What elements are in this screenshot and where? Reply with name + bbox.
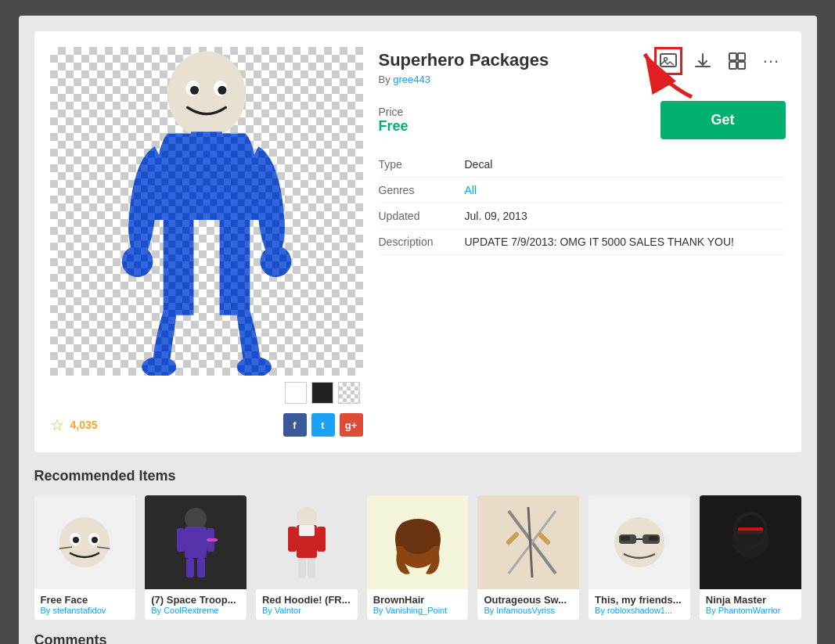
- svg-point-21: [59, 517, 110, 567]
- svg-rect-19: [738, 62, 745, 69]
- genres-value: All: [465, 184, 477, 196]
- author-link[interactable]: gree443: [393, 74, 430, 85]
- rec-item-image-red-hoodie: [256, 495, 358, 589]
- svg-rect-17: [738, 53, 745, 60]
- svg-point-25: [92, 537, 98, 543]
- svg-rect-30: [177, 528, 185, 552]
- image-icon: [659, 52, 678, 70]
- description-label: Description: [379, 236, 465, 248]
- updated-value: Jul. 09, 2013: [465, 210, 527, 222]
- rec-item-name-4: Outrageous Sw...: [484, 594, 573, 606]
- price-value: Free: [379, 118, 409, 135]
- svg-point-35: [297, 507, 317, 527]
- price-section: Price Free: [379, 106, 409, 135]
- download-icon: [693, 52, 712, 70]
- item-image-section: ☆ 4,035 f t g+: [50, 47, 363, 437]
- comments-title: Comments: [34, 632, 801, 644]
- rec-item-info-this: This, my friends... By robloxshadow1...: [588, 589, 690, 620]
- svg-rect-47: [506, 531, 520, 545]
- item-author: By gree443: [379, 74, 786, 85]
- view-black-btn[interactable]: [311, 382, 333, 404]
- rec-item-name-2: Red Hoodie! (FR...: [262, 594, 351, 606]
- rec-item-space-trooper[interactable]: (7) Space Troop... By CoolRextreme: [145, 495, 247, 620]
- rec-item-info-red-hoodie: Red Hoodie! (FR... By Valntor: [256, 589, 358, 620]
- star-icon[interactable]: ☆: [50, 416, 64, 434]
- image-controls: [50, 382, 363, 404]
- description-value: UPDATE 7/9/2013: OMG IT 5000 SALES THANK…: [465, 236, 734, 248]
- rec-item-brownhair[interactable]: BrownHair By Vanishing_Point: [367, 495, 469, 620]
- rec-item-red-hoodie[interactable]: Red Hoodie! (FR... By Valntor: [256, 495, 358, 620]
- svg-rect-33: [197, 558, 205, 577]
- svg-rect-40: [308, 558, 315, 578]
- rec-item-image-space-trooper: [145, 495, 247, 589]
- rating-section: ☆ 4,035 f t g+: [50, 413, 363, 437]
- rec-item-author-3: By Vanishing_Point: [373, 606, 462, 615]
- recommended-grid: Free Face By stefanstafidov: [34, 495, 801, 620]
- description-row: Description UPDATE 7/9/2013: OMG IT 5000…: [379, 229, 786, 255]
- svg-point-12: [142, 357, 176, 376]
- rec-item-author-6: By PhantomWarrior: [706, 606, 795, 615]
- rec-item-name-5: This, my friends...: [595, 594, 684, 606]
- view-checker-btn[interactable]: [338, 382, 360, 404]
- updated-label: Updated: [379, 210, 465, 222]
- rec-item-author-2: By Valntor: [262, 606, 351, 615]
- get-button[interactable]: Get: [660, 101, 786, 139]
- svg-rect-32: [186, 558, 194, 577]
- page-wrapper: ☆ 4,035 f t g+ Superhero Packages By gre…: [19, 16, 817, 644]
- svg-point-10: [121, 246, 153, 277]
- item-toolbar: ···: [654, 47, 786, 75]
- item-details-section: Superhero Packages By gree443 Price Free…: [379, 47, 786, 437]
- genres-label: Genres: [379, 184, 465, 196]
- svg-rect-52: [619, 534, 636, 544]
- svg-point-28: [185, 508, 207, 530]
- rec-item-free-face[interactable]: Free Face By stefanstafidov: [34, 495, 136, 620]
- rating-count: 4,035: [70, 419, 98, 431]
- rec-item-image-swords: [477, 495, 579, 589]
- rec-item-this[interactable]: This, my friends... By robloxshadow1...: [588, 495, 690, 620]
- svg-point-24: [73, 537, 79, 543]
- type-value: Decal: [465, 158, 493, 171]
- comments-section: Comments: [19, 632, 817, 644]
- googleplus-button[interactable]: g+: [340, 413, 363, 437]
- item-image-container: [50, 47, 363, 376]
- rec-item-swords[interactable]: Outrageous Sw... By InfamousVyriss: [477, 495, 579, 620]
- svg-point-4: [167, 52, 245, 139]
- svg-point-11: [260, 246, 291, 277]
- genres-link[interactable]: All: [465, 184, 477, 196]
- rec-item-author-0: By stefanstafidov: [41, 606, 130, 615]
- facebook-button[interactable]: f: [283, 413, 307, 437]
- view-white-btn[interactable]: [285, 382, 307, 404]
- rec-item-info-free-face: Free Face By stefanstafidov: [34, 589, 136, 620]
- svg-rect-41: [299, 525, 315, 536]
- rec-item-info-ninja: Ninja Master By PhantomWarrior: [700, 589, 801, 620]
- download-button[interactable]: [689, 47, 717, 75]
- svg-point-15: [664, 58, 667, 61]
- item-price-row: Price Free Get: [379, 101, 786, 139]
- rec-item-ninja[interactable]: Ninja Master By PhantomWarrior: [700, 495, 801, 620]
- rec-item-info-brownhair: BrownHair By Vanishing_Point: [367, 589, 469, 620]
- grid-view-button[interactable]: [723, 47, 751, 75]
- recommended-section: Recommended Items: [19, 468, 817, 632]
- rec-item-image-free-face: [34, 495, 136, 589]
- svg-rect-48: [537, 531, 551, 545]
- rec-item-info-swords: Outrageous Sw... By InfamousVyriss: [477, 589, 579, 620]
- item-card-top: ☆ 4,035 f t g+ Superhero Packages By gre…: [50, 47, 786, 437]
- rec-item-name-1: (7) Space Troop...: [151, 594, 240, 606]
- svg-rect-38: [317, 527, 326, 552]
- rec-item-name-3: BrownHair: [373, 594, 462, 606]
- updated-row: Updated Jul. 09, 2013: [379, 203, 786, 229]
- svg-rect-53: [642, 534, 660, 544]
- grid-icon: [728, 52, 747, 70]
- twitter-button[interactable]: t: [311, 413, 335, 437]
- svg-point-7: [190, 86, 199, 95]
- svg-rect-9: [191, 131, 222, 149]
- rec-item-name-6: Ninja Master: [706, 594, 795, 606]
- svg-rect-34: [207, 538, 218, 541]
- more-button[interactable]: ···: [758, 47, 786, 75]
- recommended-title: Recommended Items: [34, 468, 801, 484]
- type-label: Type: [379, 158, 465, 171]
- rec-item-image-ninja: [700, 495, 801, 589]
- image-view-button[interactable]: [654, 47, 682, 75]
- svg-rect-39: [298, 558, 306, 578]
- svg-point-13: [236, 357, 271, 376]
